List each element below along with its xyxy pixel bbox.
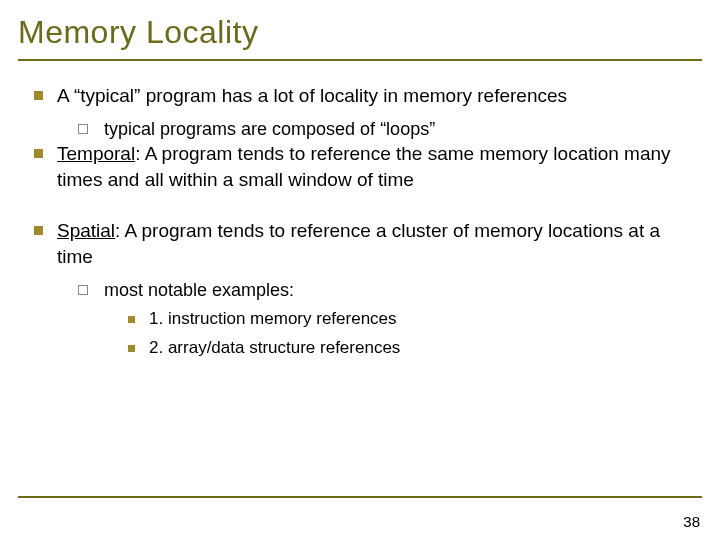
bullet-typical-program: A “typical” program has a lot of localit…: [34, 83, 686, 109]
bullet-text: typical programs are composed of “loops”: [104, 117, 435, 141]
footer-rule: [18, 496, 702, 498]
slide-title: Memory Locality: [0, 0, 720, 55]
square-outline-icon: [78, 285, 88, 295]
page-number: 38: [683, 513, 700, 530]
example-array-refs: 2. array/data structure references: [128, 337, 686, 360]
example-instruction-refs: 1. instruction memory references: [128, 308, 686, 331]
square-bullet-icon: [34, 226, 43, 235]
sub-bullet-loops: typical programs are composed of “loops”: [78, 117, 686, 141]
slide: Memory Locality A “typical” program has …: [0, 0, 720, 540]
bullet-text: Temporal: A program tends to reference t…: [57, 141, 686, 192]
bullet-text: Spatial: A program tends to reference a …: [57, 218, 686, 269]
term-temporal-rest: : A program tends to reference the same …: [57, 143, 671, 190]
bullet-text: most notable examples:: [104, 278, 294, 302]
bullet-spatial: Spatial: A program tends to reference a …: [34, 218, 686, 269]
square-outline-icon: [78, 124, 88, 134]
slide-content: A “typical” program has a lot of localit…: [0, 61, 720, 360]
square-bullet-icon: [34, 91, 43, 100]
square-bullet-icon: [128, 345, 135, 352]
bullet-text: A “typical” program has a lot of localit…: [57, 83, 567, 109]
bullet-text: 2. array/data structure references: [149, 337, 400, 360]
square-bullet-icon: [128, 316, 135, 323]
term-spatial: Spatial: [57, 220, 115, 241]
term-spatial-rest: : A program tends to reference a cluster…: [57, 220, 660, 267]
bullet-temporal: Temporal: A program tends to reference t…: [34, 141, 686, 192]
sub-bullet-examples: most notable examples:: [78, 278, 686, 302]
bullet-text: 1. instruction memory references: [149, 308, 397, 331]
term-temporal: Temporal: [57, 143, 135, 164]
square-bullet-icon: [34, 149, 43, 158]
